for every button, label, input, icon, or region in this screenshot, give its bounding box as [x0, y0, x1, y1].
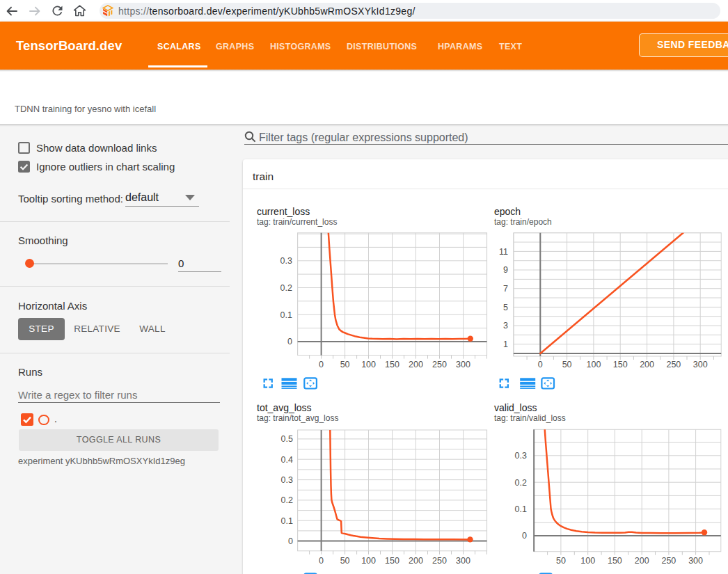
- svg-text:0.2: 0.2: [280, 283, 292, 293]
- svg-text:300: 300: [456, 556, 470, 566]
- svg-text:100: 100: [587, 360, 601, 369]
- svg-text:0: 0: [522, 531, 527, 541]
- svg-text:200: 200: [640, 360, 654, 369]
- svg-text:0.2: 0.2: [515, 478, 527, 488]
- svg-text:100: 100: [361, 360, 376, 369]
- svg-text:0: 0: [287, 337, 292, 346]
- svg-text:50: 50: [556, 556, 566, 566]
- svg-text:3: 3: [503, 321, 508, 330]
- svg-text:0.1: 0.1: [281, 516, 293, 526]
- svg-text:0.1: 0.1: [515, 504, 527, 514]
- svg-text:250: 250: [661, 556, 676, 566]
- svg-text:11: 11: [499, 247, 508, 257]
- svg-text:0: 0: [319, 556, 324, 566]
- svg-text:100: 100: [361, 556, 376, 566]
- svg-text:150: 150: [608, 556, 622, 566]
- svg-text:150: 150: [385, 556, 399, 566]
- svg-text:0: 0: [288, 536, 293, 546]
- svg-text:200: 200: [409, 360, 423, 369]
- svg-text:0.3: 0.3: [281, 475, 293, 485]
- svg-text:0.3: 0.3: [515, 451, 527, 461]
- svg-text:250: 250: [432, 556, 447, 566]
- svg-text:5: 5: [503, 303, 508, 312]
- svg-text:0.1: 0.1: [280, 310, 292, 320]
- svg-text:300: 300: [456, 360, 470, 369]
- svg-text:0.5: 0.5: [281, 434, 293, 444]
- svg-text:50: 50: [340, 556, 350, 566]
- svg-text:50: 50: [340, 360, 350, 369]
- svg-text:0.3: 0.3: [280, 256, 292, 266]
- svg-text:0: 0: [538, 360, 543, 369]
- svg-text:250: 250: [666, 360, 681, 369]
- svg-text:150: 150: [385, 360, 399, 369]
- svg-text:200: 200: [635, 556, 649, 566]
- svg-text:250: 250: [432, 360, 447, 369]
- svg-text:150: 150: [613, 360, 628, 369]
- svg-text:200: 200: [409, 556, 423, 566]
- svg-text:1: 1: [503, 340, 508, 349]
- svg-text:300: 300: [693, 360, 708, 369]
- svg-text:0.4: 0.4: [281, 455, 293, 465]
- svg-text:100: 100: [580, 556, 595, 566]
- svg-text:7: 7: [503, 284, 508, 294]
- svg-text:50: 50: [562, 360, 572, 369]
- svg-text:300: 300: [688, 556, 703, 566]
- svg-text:0: 0: [319, 360, 324, 369]
- svg-text:9: 9: [503, 265, 508, 275]
- svg-text:0.2: 0.2: [281, 495, 293, 505]
